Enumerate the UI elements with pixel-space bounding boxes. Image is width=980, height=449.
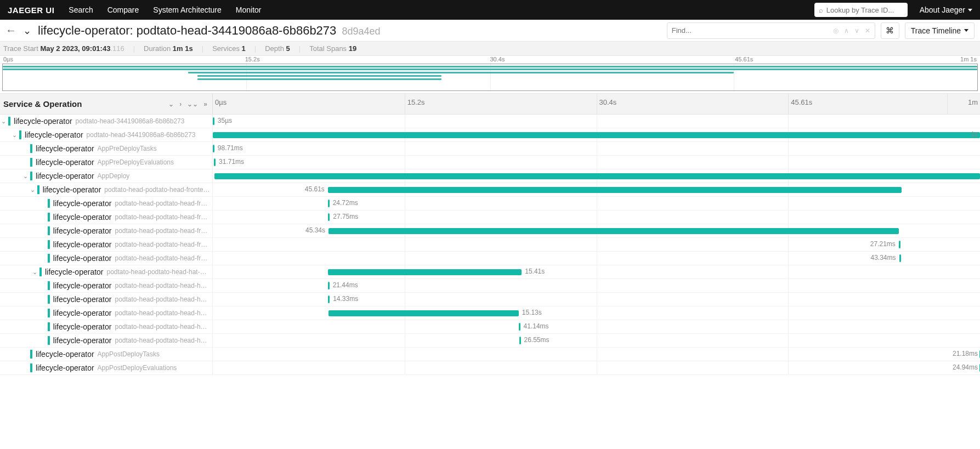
minimap-bar [188, 72, 734, 73]
span-bar[interactable] [899, 254, 901, 262]
up-icon[interactable]: ∧ [844, 27, 849, 35]
span-row[interactable]: ⌄lifecycle-operatorAppDeploy [0, 169, 980, 183]
span-row[interactable]: lifecycle-operatorpodtato-head-podtato-h… [0, 197, 980, 211]
service-name: lifecycle-operator [53, 336, 112, 345]
span-bar[interactable] [328, 282, 330, 289]
operation-name: AppPreDeployTasks [98, 145, 157, 152]
service-color-bar [48, 309, 50, 317]
span-row[interactable]: ⌄lifecycle-operatorpodtato-head-podtato-… [0, 265, 980, 279]
expand-one-icon[interactable]: › [178, 99, 183, 109]
service-color-bar [39, 268, 42, 276]
service-color-bar [48, 226, 50, 235]
service-name: lifecycle-operator [43, 185, 101, 194]
minimap-bar [3, 69, 977, 70]
span-duration-label: 31.71ms [219, 158, 244, 166]
span-bar[interactable] [213, 132, 980, 138]
trace-title: lifecycle-operator: podtato-head-3441908… [38, 24, 381, 38]
span-row[interactable]: lifecycle-operatorpodtato-head-podtato-h… [0, 224, 980, 238]
span-bar[interactable] [328, 310, 519, 316]
find-input[interactable] [672, 26, 833, 35]
collapse-chevron-icon[interactable]: ⌄ [23, 25, 31, 37]
span-bar[interactable] [899, 241, 900, 248]
span-row[interactable]: ⌄lifecycle-operatorpodtato-head-34419086… [0, 115, 980, 128]
span-row[interactable]: ⌄lifecycle-operatorpodtato-head-podtato-… [0, 183, 980, 197]
span-bar[interactable] [519, 337, 521, 344]
span-bar[interactable] [519, 323, 520, 331]
minimap-tick: 45.61s [735, 56, 753, 62]
span-bar[interactable] [328, 295, 330, 303]
minimap-tick: 30.4s [490, 56, 505, 62]
span-bar[interactable] [328, 269, 522, 275]
span-bar[interactable] [214, 173, 980, 179]
chevron-down-icon [964, 29, 968, 32]
span-bar[interactable] [328, 200, 330, 207]
span-row[interactable]: ⌄lifecycle-operatorpodtato-head-34419086… [0, 128, 980, 142]
span-duration-label: 43.34ms [871, 254, 896, 262]
expand-icon[interactable]: ⌄ [30, 186, 36, 194]
nav-search[interactable]: Search [69, 5, 93, 14]
minimap-tick: 1m 1s [960, 56, 977, 62]
nav-monitor[interactable]: Monitor [236, 5, 262, 14]
view-selector[interactable]: Trace Timeline [905, 22, 975, 39]
timeline-tick: 30.4s [597, 94, 617, 114]
span-row[interactable]: lifecycle-operatorAppPostDeployEvaluatio… [0, 361, 980, 375]
operation-name: AppDeploy [98, 172, 130, 180]
span-row[interactable]: lifecycle-operatorpodtato-head-podtato-h… [0, 320, 980, 334]
service-color-bar [30, 350, 32, 359]
collapse-one-icon[interactable]: ⌄ [167, 99, 175, 109]
span-row[interactable]: lifecycle-operatorAppPreDeployTasks98.71… [0, 142, 980, 156]
service-name: lifecycle-operator [14, 117, 72, 126]
span-bar[interactable] [328, 213, 330, 221]
top-nav: JAEGER UI Search Compare System Architec… [0, 0, 980, 20]
operation-name: podtato-head-podtato-head-fronte... [115, 213, 210, 221]
expand-all-icon[interactable]: » [202, 99, 209, 109]
clear-icon[interactable]: ✕ [865, 27, 870, 35]
span-row[interactable]: lifecycle-operatorpodtato-head-podtato-h… [0, 279, 980, 293]
expand-icon[interactable]: ⌄ [0, 118, 7, 125]
lookup-trace[interactable]: ⌕ [814, 3, 908, 17]
span-duration-label: 45.61s [305, 185, 325, 193]
span-row[interactable]: lifecycle-operatorpodtato-head-podtato-h… [0, 238, 980, 252]
service-name: lifecycle-operator [36, 144, 94, 153]
span-bar[interactable] [214, 158, 216, 166]
span-row[interactable]: lifecycle-operatorpodtato-head-podtato-h… [0, 334, 980, 348]
span-duration-label: 1s [971, 130, 978, 138]
back-arrow-icon[interactable]: ← [5, 24, 16, 37]
target-icon[interactable]: ◎ [833, 27, 839, 35]
span-row[interactable]: lifecycle-operatorpodtato-head-podtato-h… [0, 211, 980, 224]
span-row[interactable]: lifecycle-operatorAppPostDeployTasks21.1… [0, 348, 980, 361]
span-duration-label: 35µs [218, 117, 232, 124]
minimap-bar [3, 66, 977, 67]
keyboard-shortcuts-button[interactable]: ⌘ [881, 22, 899, 39]
collapse-all-icon[interactable]: ⌄⌄ [185, 99, 200, 109]
nav-compare[interactable]: Compare [107, 5, 139, 14]
lookup-input[interactable] [826, 6, 903, 14]
operation-name: podtato-head-34419086a8-6b86b273 [76, 117, 185, 125]
span-bar[interactable] [213, 117, 214, 125]
span-bar[interactable] [213, 145, 214, 152]
minimap[interactable]: 0µs15.2s30.4s45.61s1m 1s [0, 56, 980, 94]
span-duration-label: 41.14ms [524, 322, 549, 330]
span-row[interactable]: lifecycle-operatorAppPreDeployEvaluation… [0, 156, 980, 169]
nav-sysarch[interactable]: System Architecture [153, 5, 222, 14]
operation-name: podtato-head-podtato-head-hat/W... [115, 309, 210, 317]
about-menu[interactable]: About Jaeger [920, 5, 972, 14]
expand-icon[interactable]: ⌄ [22, 173, 29, 180]
service-name: lifecycle-operator [53, 213, 112, 221]
span-row[interactable]: lifecycle-operatorpodtato-head-podtato-h… [0, 306, 980, 320]
expand-icon[interactable]: ⌄ [31, 269, 38, 276]
span-row[interactable]: lifecycle-operatorpodtato-head-podtato-h… [0, 293, 980, 306]
span-row[interactable]: lifecycle-operatorpodtato-head-podtato-h… [0, 252, 980, 265]
trace-summary: Trace Start May 2 2023, 09:01:43.116 | D… [0, 42, 980, 56]
span-duration-label: 21.18ms [953, 350, 978, 357]
operation-name: podtato-head-podtato-head-fronte... [115, 227, 210, 235]
service-color-bar [30, 172, 32, 180]
down-icon[interactable]: ∨ [854, 27, 859, 35]
timeline-tick: 45.61s [788, 94, 812, 114]
find-icons: ◎ ∧ ∨ ✕ [833, 27, 870, 35]
span-bar[interactable] [328, 228, 899, 234]
brand[interactable]: JAEGER UI [8, 5, 54, 15]
expand-icon[interactable]: ⌄ [11, 132, 18, 139]
find-box[interactable]: ◎ ∧ ∨ ✕ [667, 22, 875, 39]
span-bar[interactable] [328, 187, 902, 193]
